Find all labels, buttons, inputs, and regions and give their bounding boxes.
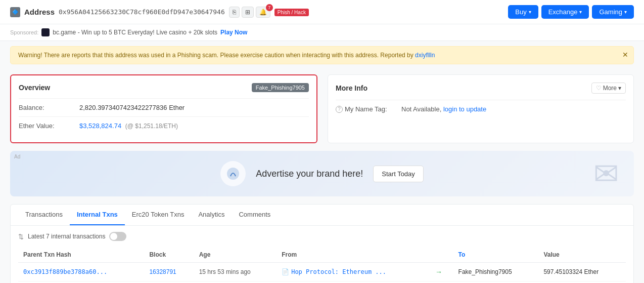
gaming-dropdown-arrow: ▾ [624,9,627,15]
name-tag-label: ? My Name Tag: [336,105,401,113]
from-link[interactable]: Hop Protocol: Ethereum ... [291,268,386,275]
direction-arrow-icon: → [435,268,442,276]
buy-dropdown-arrow: ▾ [529,9,531,15]
ether-value-row: Ether Value: $3,528,824.74 (@ $1,251.18/… [19,116,309,135]
more-info-title: More Info [336,84,367,92]
ether-rate: (@ $1,251.18/ETH) [125,123,178,130]
ether-value: $3,528,824.74 (@ $1,251.18/ETH) [79,122,178,130]
tabs-body: ⇅ Latest 7 internal transactions Parent … [11,226,633,283]
transactions-table: Parent Txn Hash Block Age From To Value … [18,247,626,281]
tab-internal-txns[interactable]: Internal Txns [70,205,125,225]
name-tag-value-container: Not Available, login to update [401,105,486,113]
header-left: 🔷 Address 0x956A04125663230C78cf960E0dfD… [10,7,309,18]
tx-hash-link[interactable]: 0xc3913f889be3788a60... [23,268,107,275]
sponsored-bar: Sponsored: bc.game - Win up to 5 BTC Eve… [0,24,644,41]
overview-box: Overview Fake_Phishing7905 Balance: 2,82… [10,74,317,143]
col-block: Block [144,247,194,263]
address-text: 0x956A04125663230C78cf960E0dfD947e306479… [59,8,225,16]
tab-erc20-token-txns[interactable]: Erc20 Token Txns [125,205,192,225]
balance-value: 2,820.3973407423422277836 Ether [79,104,185,111]
exchange-dropdown-arrow: ▾ [579,9,582,15]
exchange-button[interactable]: Exchange ▾ [541,5,589,19]
overview-section: Overview Fake_Phishing7905 Balance: 2,82… [10,74,634,143]
ether-dollar-value: $3,528,824.74 [79,122,121,130]
col-parent-txn-hash: Parent Txn Hash [18,247,144,263]
phish-badge: Phish / Hack [274,9,309,16]
page-title: Address [24,8,55,16]
balance-row: Balance: 2,820.3973407423422277836 Ether [19,98,309,116]
warning-close-icon[interactable]: ✕ [622,51,628,59]
sponsor-text: bc.game - Win up to 5 BTC Everyday! Live… [53,29,217,36]
site-logo: 🔷 [10,7,20,17]
filter-label: Latest 7 internal transactions [28,233,105,240]
overview-title: Overview [19,84,50,92]
header-action-icons: ⎘ ⊞ 🔔 7 [229,7,270,18]
ad-decoration: ✉ [593,156,619,191]
ad-text: Advertise your brand here! [256,169,363,179]
table-row: 0xc3913f889be3788a60... 16328791 15 hrs … [18,263,626,281]
name-tag-row: ? My Name Tag: Not Available, login to u… [336,100,626,118]
sponsor-logo [41,28,50,36]
tabs-section: Transactions Internal Txns Erc20 Token T… [10,204,634,283]
more-label: More [603,85,617,92]
sponsor-cta[interactable]: Play Now [220,29,247,36]
warning-bar: Warning! There are reports that this add… [10,46,634,64]
filter-row: ⇅ Latest 7 internal transactions [18,232,626,241]
balance-label: Balance: [19,104,79,111]
ether-value-label: Ether Value: [19,122,79,130]
ad-logo [220,161,246,186]
col-from: From [277,247,430,263]
doc-icon: 📄 [282,268,289,275]
tabs-header: Transactions Internal Txns Erc20 Token T… [11,205,633,226]
name-tag-login-link[interactable]: login to update [443,105,486,113]
buy-button[interactable]: Buy ▾ [508,5,538,19]
notif-badge: 7 [266,4,273,11]
name-tag-value: Not Available, [401,105,441,113]
to-text: Fake_Phishing7905 [458,268,512,275]
ad-banner: Ad Advertise your brand here! Start Toda… [10,151,634,196]
notification-icon[interactable]: 🔔 7 [256,7,270,18]
value-text: 597.45103324 Ether [543,268,599,275]
ad-label: Ad [14,154,20,159]
sponsored-label: Sponsored: [10,29,38,35]
copy-icon[interactable]: ⎘ [229,7,240,18]
gaming-button[interactable]: Gaming ▾ [592,5,634,19]
more-chevron-icon: ▾ [618,85,621,92]
more-info-header: More Info ♡ More ▾ [336,83,626,94]
page-header: 🔷 Address 0x956A04125663230C78cf960E0dfD… [0,0,644,24]
tab-transactions[interactable]: Transactions [18,205,70,225]
heart-icon: ♡ [596,85,602,92]
tab-comments[interactable]: Comments [232,205,278,225]
header-buttons: Buy ▾ Exchange ▾ Gaming ▾ [508,5,634,19]
from-cell: 📄 Hop Protocol: Ethereum ... [282,268,425,275]
main-content: Overview Fake_Phishing7905 Balance: 2,82… [0,69,644,283]
more-button[interactable]: ♡ More ▾ [591,83,626,94]
overview-header: Overview Fake_Phishing7905 [19,83,309,92]
tab-analytics[interactable]: Analytics [191,205,232,225]
warning-text: Warning! There are reports that this add… [18,52,413,59]
info-icon: ? [336,106,343,113]
ad-cta-button[interactable]: Start Today [373,166,424,182]
col-value: Value [538,247,626,263]
more-info-box: More Info ♡ More ▾ ? My Name Tag: Not Av… [328,74,634,143]
age-text: 15 hrs 53 mins ago [199,268,251,275]
toggle-switch[interactable] [109,232,126,241]
grid-icon[interactable]: ⊞ [242,7,254,18]
filter-icon: ⇅ [18,233,24,240]
warning-reporter-link[interactable]: dxiyfllln [415,52,435,59]
fake-badge: Fake_Phishing7905 [252,83,309,92]
col-to: To [453,247,539,263]
block-link[interactable]: 16328791 [149,268,176,275]
col-arrow [430,247,453,263]
col-age: Age [194,247,277,263]
